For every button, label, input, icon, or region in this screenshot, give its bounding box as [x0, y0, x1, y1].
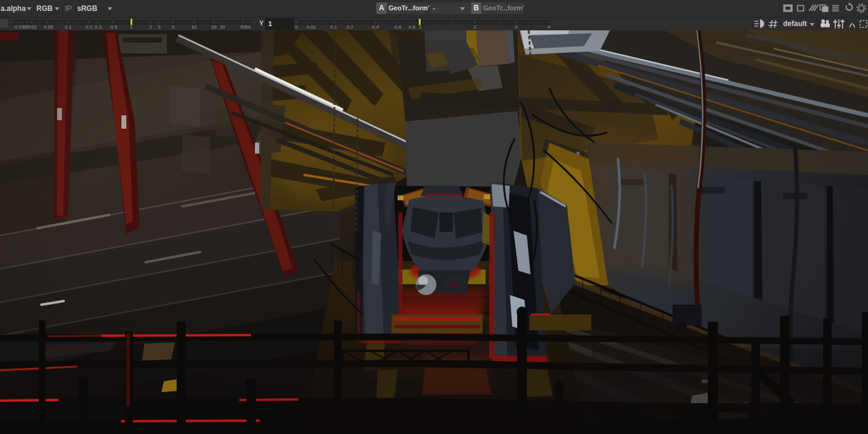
- svg-text:default: default: [783, 19, 807, 28]
